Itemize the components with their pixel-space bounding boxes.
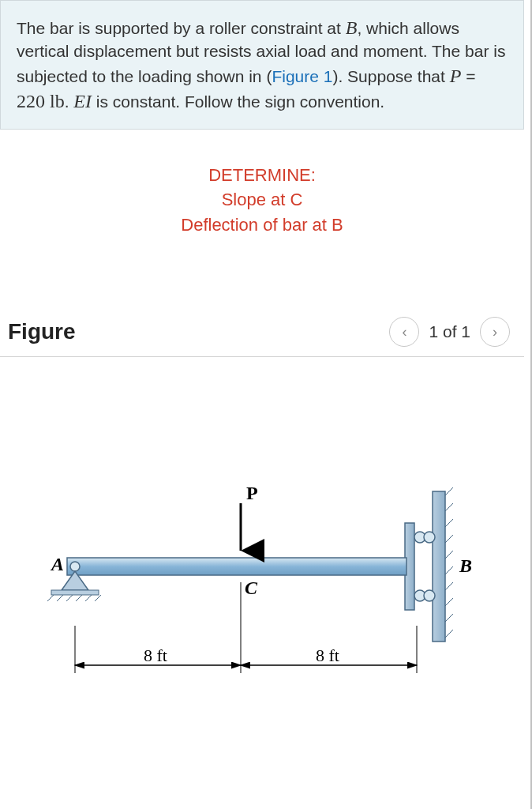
- beam-diagram: A B C P 8 ft 8 ft: [39, 476, 505, 728]
- svg-point-11: [424, 532, 435, 543]
- svg-line-16: [47, 595, 54, 601]
- problem-statement-box: The bar is supported by a roller constra…: [0, 0, 524, 130]
- problem-text: .: [65, 92, 74, 111]
- P-value: 220 lb: [17, 91, 65, 111]
- rollers: [414, 532, 435, 601]
- pager: ‹ 1 of 1 ›: [389, 317, 510, 347]
- determine-line1: Slope at C: [0, 187, 524, 213]
- label-A: A: [50, 554, 64, 574]
- problem-text: The bar is supported by a roller constra…: [17, 19, 346, 37]
- svg-line-19: [76, 595, 82, 601]
- svg-line-7: [445, 598, 453, 606]
- dim-right-text: 8 ft: [316, 645, 339, 665]
- beam-bar: [67, 558, 406, 575]
- svg-rect-15: [51, 590, 99, 595]
- label-B: B: [459, 555, 472, 576]
- problem-text: =: [461, 67, 475, 85]
- pager-text: 1 of 1: [429, 322, 470, 341]
- determine-block: DETERMINE: Slope at C Deflection of bar …: [0, 163, 524, 239]
- page-container: The bar is supported by a roller constra…: [0, 0, 532, 809]
- svg-line-4: [445, 551, 453, 559]
- problem-text: is constant. Follow the sign convention.: [92, 92, 384, 111]
- figure-link[interactable]: Figure 1: [272, 67, 332, 85]
- chevron-right-icon: ›: [493, 324, 497, 341]
- wall-hatching: [445, 487, 453, 638]
- figure-title: Figure: [8, 319, 76, 344]
- var-EI: EI: [73, 91, 92, 111]
- svg-line-17: [57, 595, 63, 601]
- svg-line-20: [85, 595, 92, 601]
- label-P: P: [246, 483, 258, 503]
- label-C: C: [245, 578, 258, 598]
- figure-area: A B C P 8 ft 8 ft: [0, 373, 524, 752]
- svg-line-8: [445, 614, 453, 622]
- svg-line-5: [445, 566, 453, 574]
- prev-button[interactable]: ‹: [389, 317, 419, 347]
- svg-line-9: [445, 630, 453, 638]
- svg-line-3: [445, 535, 453, 543]
- svg-point-14: [70, 562, 80, 571]
- determine-line2: Deflection of bar at B: [0, 213, 524, 238]
- var-P: P: [450, 66, 462, 86]
- svg-line-21: [95, 595, 101, 601]
- wall-B: [433, 491, 445, 642]
- svg-line-6: [445, 582, 453, 590]
- next-button[interactable]: ›: [480, 317, 510, 347]
- var-B: B: [346, 17, 358, 38]
- svg-line-1: [445, 503, 453, 511]
- svg-point-13: [424, 590, 435, 601]
- dim-left-text: 8 ft: [144, 645, 167, 665]
- svg-line-2: [445, 519, 453, 527]
- problem-text: ). Suppose that: [332, 67, 449, 85]
- determine-heading: DETERMINE:: [0, 163, 524, 188]
- svg-line-18: [66, 595, 73, 601]
- svg-line-0: [445, 487, 453, 495]
- figure-header: Figure ‹ 1 of 1 ›: [0, 317, 524, 357]
- chevron-left-icon: ‹: [402, 324, 406, 341]
